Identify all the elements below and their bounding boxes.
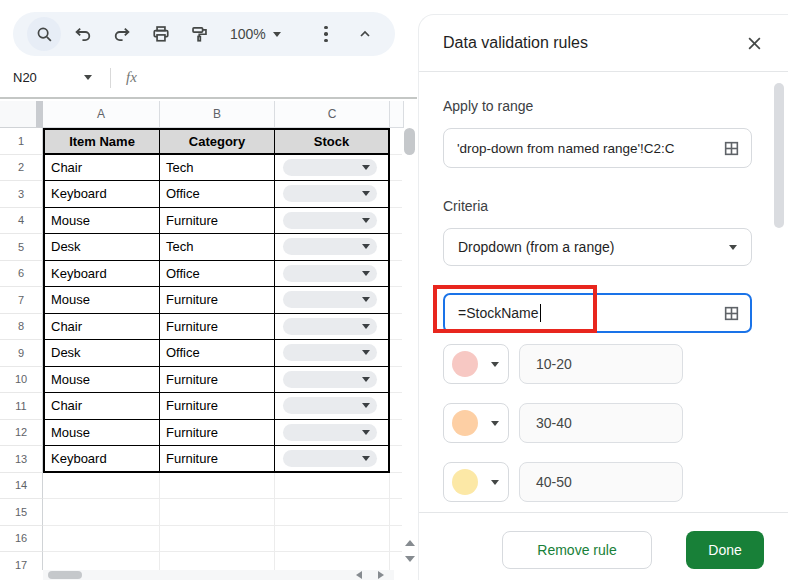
cell-stock[interactable] <box>275 234 390 261</box>
row-number[interactable]: 1 <box>0 128 43 155</box>
select-all-corner[interactable] <box>0 101 43 128</box>
select-range-icon[interactable] <box>723 305 740 322</box>
dropdown-chip[interactable] <box>283 371 377 388</box>
cell-category[interactable]: Tech <box>160 155 275 182</box>
zoom-control[interactable]: 100% <box>222 17 289 51</box>
undo-icon[interactable] <box>66 17 100 51</box>
cell-empty[interactable] <box>275 552 390 570</box>
cell-empty[interactable] <box>160 473 275 500</box>
horizontal-scrollbar[interactable] <box>43 570 394 580</box>
row-number[interactable]: 10 <box>0 367 43 394</box>
cell-stock[interactable] <box>275 261 390 288</box>
cell-empty[interactable] <box>43 473 160 500</box>
cell-category[interactable]: Office <box>160 340 275 367</box>
color-swatch-button[interactable] <box>443 403 509 443</box>
cell-category[interactable]: Furniture <box>160 420 275 447</box>
color-rule-value[interactable]: 40-50 <box>519 462 683 502</box>
cell-stock[interactable] <box>275 393 390 420</box>
cell-item-name[interactable]: Chair <box>43 155 160 182</box>
color-rule-value[interactable]: 30-40 <box>519 403 683 443</box>
name-box[interactable]: N20 <box>0 70 102 85</box>
cell-category[interactable]: Furniture <box>160 393 275 420</box>
color-swatch-button[interactable] <box>443 462 509 502</box>
row-number[interactable]: 15 <box>0 499 43 526</box>
range-formula-input[interactable]: =StockName <box>443 293 752 333</box>
cell-empty[interactable] <box>275 526 390 553</box>
dropdown-chip[interactable] <box>283 450 377 467</box>
search-icon[interactable] <box>27 17 61 51</box>
horizontal-scrollbar-thumb[interactable] <box>48 571 82 579</box>
row-number[interactable]: 4 <box>0 208 43 235</box>
cell-empty[interactable] <box>43 499 160 526</box>
column-header-partial[interactable] <box>390 101 404 128</box>
cell-stock[interactable] <box>275 446 390 473</box>
cell-item-name[interactable]: Keyboard <box>43 181 160 208</box>
apply-to-range-input[interactable]: 'drop-down from named range'!C2:C <box>443 128 752 168</box>
table-header-cell[interactable]: Stock <box>275 128 390 155</box>
cell-empty[interactable] <box>160 526 275 553</box>
print-icon[interactable] <box>144 17 178 51</box>
dropdown-chip[interactable] <box>283 238 377 255</box>
cell-item-name[interactable]: Mouse <box>43 208 160 235</box>
dropdown-chip[interactable] <box>283 424 377 441</box>
scroll-left-icon[interactable] <box>356 571 362 579</box>
dropdown-chip[interactable] <box>283 185 377 202</box>
row-number[interactable]: 3 <box>0 181 43 208</box>
dropdown-chip[interactable] <box>283 265 377 282</box>
cell-category[interactable]: Furniture <box>160 208 275 235</box>
more-icon[interactable] <box>309 17 343 51</box>
row-number[interactable]: 8 <box>0 314 43 341</box>
row-number[interactable]: 5 <box>0 234 43 261</box>
cell-category[interactable]: Furniture <box>160 367 275 394</box>
cell-category[interactable]: Office <box>160 261 275 288</box>
cell-item-name[interactable]: Desk <box>43 234 160 261</box>
column-header-a[interactable]: A <box>43 101 160 128</box>
cell-item-name[interactable]: Mouse <box>43 367 160 394</box>
color-rule-value[interactable]: 10-20 <box>519 344 683 384</box>
cell-stock[interactable] <box>275 155 390 182</box>
scroll-up-icon[interactable] <box>405 540 415 546</box>
column-header-b[interactable]: B <box>160 101 275 128</box>
dropdown-chip[interactable] <box>283 159 377 176</box>
paint-format-icon[interactable] <box>183 17 217 51</box>
row-number[interactable]: 17 <box>0 552 43 570</box>
row-number[interactable]: 13 <box>0 446 43 473</box>
row-number[interactable]: 11 <box>0 393 43 420</box>
column-header-c[interactable]: C <box>275 101 390 128</box>
dropdown-chip[interactable] <box>283 397 377 414</box>
cell-category[interactable]: Office <box>160 181 275 208</box>
vertical-scrollbar[interactable] <box>402 128 417 570</box>
cell-stock[interactable] <box>275 208 390 235</box>
cell-empty[interactable] <box>43 552 160 570</box>
cell-item-name[interactable]: Keyboard <box>43 446 160 473</box>
table-header-cell[interactable]: Item Name <box>43 128 160 155</box>
cell-stock[interactable] <box>275 181 390 208</box>
row-number[interactable]: 6 <box>0 261 43 288</box>
cell-item-name[interactable]: Desk <box>43 340 160 367</box>
cell-item-name[interactable]: Keyboard <box>43 261 160 288</box>
row-number[interactable]: 9 <box>0 340 43 367</box>
row-number[interactable]: 14 <box>0 473 43 500</box>
cell-category[interactable]: Furniture <box>160 446 275 473</box>
cell-item-name[interactable]: Chair <box>43 393 160 420</box>
dropdown-chip[interactable] <box>283 344 377 361</box>
cell-stock[interactable] <box>275 340 390 367</box>
close-icon[interactable] <box>742 31 766 55</box>
dropdown-chip[interactable] <box>283 212 377 229</box>
cell-empty[interactable] <box>160 499 275 526</box>
remove-rule-button[interactable]: Remove rule <box>502 531 652 569</box>
cell-category[interactable]: Furniture <box>160 287 275 314</box>
cell-stock[interactable] <box>275 314 390 341</box>
cell-empty[interactable] <box>275 473 390 500</box>
color-swatch-button[interactable] <box>443 344 509 384</box>
panel-scrollbar-thumb[interactable] <box>774 83 784 228</box>
redo-icon[interactable] <box>105 17 139 51</box>
cell-stock[interactable] <box>275 367 390 394</box>
dropdown-chip[interactable] <box>283 291 377 308</box>
cell-empty[interactable] <box>160 552 275 570</box>
cell-empty[interactable] <box>43 526 160 553</box>
scroll-right-icon[interactable] <box>378 571 384 579</box>
row-number[interactable]: 12 <box>0 420 43 447</box>
collapse-toolbar-icon[interactable] <box>348 17 382 51</box>
cell-item-name[interactable]: Chair <box>43 314 160 341</box>
